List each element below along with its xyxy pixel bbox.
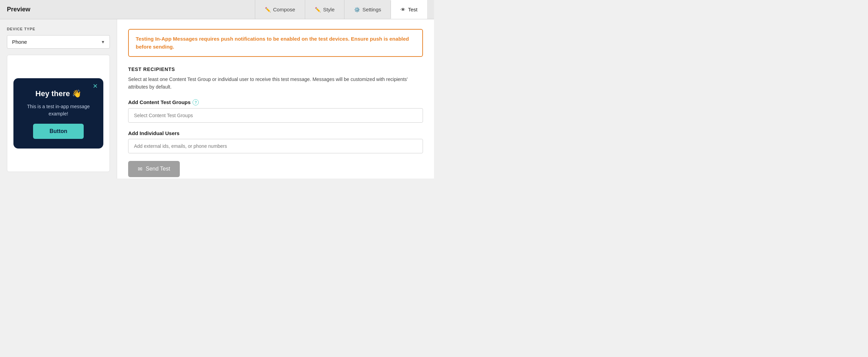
individual-users-field: Add Individual Users	[128, 130, 423, 153]
settings-icon: ⚙️	[354, 7, 360, 12]
alert-text: Testing In-App Messages requires push no…	[136, 35, 415, 51]
modal-title: Hey there 👋	[35, 89, 81, 98]
send-test-button[interactable]: ✉ Send Test	[128, 161, 180, 177]
header: Preview ✏️ Compose ✏️ Style ⚙️ Settings …	[0, 0, 434, 19]
tab-settings-label: Settings	[362, 7, 381, 12]
preview-card: ✕ Hey there 👋 This is a test in-app mess…	[7, 55, 110, 172]
right-panel: Testing In-App Messages requires push no…	[117, 19, 434, 178]
tab-compose[interactable]: ✏️ Compose	[255, 0, 305, 19]
modal-cta-button[interactable]: Button	[33, 124, 84, 139]
tab-style[interactable]: ✏️ Style	[305, 0, 344, 19]
test-recipients-title: TEST RECIPIENTS	[128, 67, 423, 72]
modal-close-icon[interactable]: ✕	[93, 82, 98, 90]
send-test-label: Send Test	[146, 166, 170, 172]
test-recipients-description: Select at least one Content Test Group o…	[128, 75, 423, 91]
tab-settings[interactable]: ⚙️ Settings	[344, 0, 391, 19]
content-test-groups-input[interactable]	[128, 108, 423, 123]
page-title: Preview	[7, 6, 30, 13]
device-type-select[interactable]: Phone Tablet Browser	[7, 35, 110, 49]
help-icon[interactable]: ?	[193, 99, 199, 105]
in-app-modal: ✕ Hey there 👋 This is a test in-app mess…	[13, 78, 103, 149]
style-icon: ✏️	[315, 7, 321, 12]
individual-users-input[interactable]	[128, 139, 423, 153]
individual-users-label: Add Individual Users	[128, 130, 423, 136]
content-test-groups-label: Add Content Test Groups ?	[128, 99, 423, 105]
test-icon: 👁	[401, 7, 405, 12]
tab-style-label: Style	[323, 7, 334, 12]
send-icon: ✉	[138, 166, 142, 172]
modal-body: This is a test in-app message example!	[23, 103, 94, 118]
tab-test[interactable]: 👁 Test	[391, 0, 427, 19]
tab-test-label: Test	[408, 7, 417, 12]
compose-icon: ✏️	[265, 7, 271, 12]
alert-box: Testing In-App Messages requires push no…	[128, 29, 423, 57]
device-type-label: DEVICE TYPE	[7, 27, 110, 31]
tab-compose-label: Compose	[273, 7, 295, 12]
tab-bar: ✏️ Compose ✏️ Style ⚙️ Settings 👁 Test	[255, 0, 427, 19]
main-content: DEVICE TYPE Phone Tablet Browser ▼ ✕ Hey…	[0, 19, 434, 178]
content-test-groups-field: Add Content Test Groups ?	[128, 99, 423, 123]
device-type-select-wrapper: Phone Tablet Browser ▼	[7, 35, 110, 49]
left-panel: DEVICE TYPE Phone Tablet Browser ▼ ✕ Hey…	[0, 19, 117, 178]
